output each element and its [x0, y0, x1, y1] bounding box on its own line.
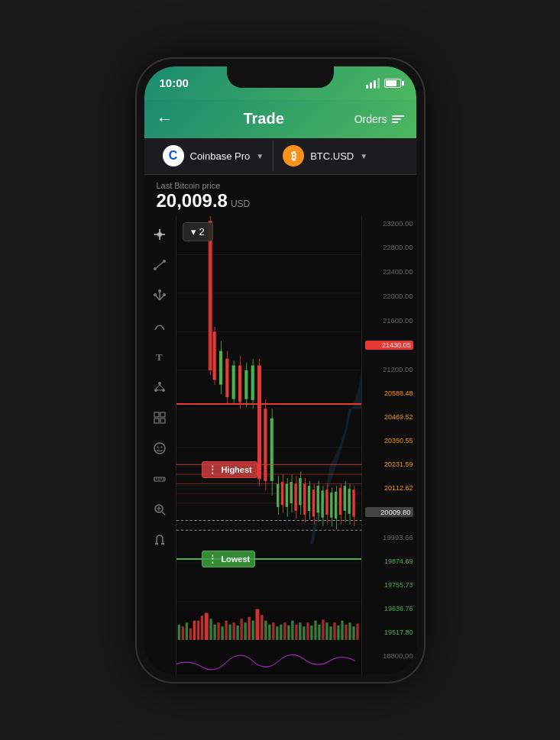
highest-label[interactable]: Highest — [202, 461, 257, 478]
svg-rect-126 — [217, 622, 219, 640]
svg-rect-151 — [314, 620, 316, 639]
price-tick-current: 20009.80 — [365, 507, 413, 517]
svg-rect-52 — [212, 331, 215, 380]
svg-rect-152 — [318, 624, 320, 639]
emoji-tool[interactable] — [147, 436, 172, 460]
svg-rect-134 — [248, 616, 250, 639]
svg-rect-104 — [348, 488, 350, 513]
timeframe-arrow: ▾ — [191, 226, 196, 238]
svg-rect-141 — [276, 626, 278, 640]
exchange-name: Coinbase Pro — [190, 150, 251, 162]
orders-icon — [392, 115, 404, 123]
price-scale: 23200.00 22800.00 22400.00 22000.00 2160… — [361, 216, 416, 674]
svg-rect-78 — [290, 482, 292, 503]
svg-line-16 — [156, 385, 160, 389]
svg-rect-127 — [221, 626, 223, 640]
svg-rect-121 — [196, 620, 199, 639]
price-currency: USD — [231, 199, 250, 209]
svg-rect-145 — [291, 620, 293, 639]
lowest-label-text: Lowest — [221, 554, 250, 564]
price-tick-19993: 19993.66 — [365, 533, 413, 541]
phone-screen: 10:00 ← Trade Orders — [144, 66, 416, 674]
svg-rect-118 — [185, 622, 187, 640]
svg-rect-149 — [306, 622, 309, 640]
pair-selector[interactable]: ₿ BTC.USD ▼ — [274, 141, 377, 171]
chart-svg — [176, 216, 361, 674]
svg-point-11 — [163, 293, 166, 296]
svg-point-23 — [154, 443, 165, 454]
svg-rect-137 — [261, 615, 263, 640]
price-main: 20,009.8 — [157, 190, 228, 212]
curve-tool[interactable] — [147, 314, 172, 338]
fork-tool[interactable] — [147, 283, 172, 308]
svg-rect-122 — [200, 616, 202, 640]
price-tick-20469: 20469.52 — [365, 413, 413, 421]
status-time: 10:00 — [160, 76, 189, 89]
timeframe-badge[interactable]: ▾ 2 — [183, 222, 213, 241]
price-tick-19755: 19755.73 — [365, 581, 413, 589]
notch — [227, 66, 334, 88]
svg-point-9 — [158, 289, 161, 292]
svg-rect-130 — [232, 622, 235, 640]
svg-rect-139 — [268, 624, 270, 639]
svg-rect-133 — [244, 622, 246, 640]
chart-canvas[interactable]: ▾ 2 — [176, 216, 361, 674]
pair-name: BTC.USD — [310, 150, 354, 162]
price-tick-20588: 20588.48 — [365, 389, 413, 397]
svg-rect-68 — [264, 409, 267, 481]
svg-rect-98 — [334, 491, 336, 518]
price-tick-22400: 22400.00 — [365, 267, 413, 276]
svg-rect-157 — [337, 625, 339, 640]
text-tool[interactable]: T — [147, 344, 172, 369]
exchange-arrow: ▼ — [256, 152, 264, 160]
svg-rect-56 — [225, 358, 228, 396]
price-tick-19874: 19874.69 — [365, 557, 413, 565]
svg-rect-116 — [177, 624, 180, 639]
phone-frame: 10:00 ← Trade Orders — [135, 57, 426, 683]
svg-rect-123 — [204, 612, 208, 639]
svg-rect-100 — [338, 487, 341, 514]
svg-point-13 — [158, 382, 161, 385]
svg-rect-159 — [345, 624, 347, 639]
svg-rect-80 — [294, 483, 296, 510]
bitcoin-logo: ₿ — [283, 145, 304, 166]
nodes-tool[interactable] — [147, 375, 172, 399]
svg-rect-136 — [255, 609, 259, 639]
svg-rect-22 — [160, 418, 165, 423]
exchange-selector[interactable]: C Coinbase Pro ▼ — [154, 141, 274, 171]
svg-rect-76 — [285, 483, 287, 506]
crosshair-tool[interactable] — [147, 222, 172, 247]
svg-rect-125 — [213, 624, 215, 639]
svg-rect-147 — [299, 622, 301, 640]
svg-rect-119 — [189, 628, 191, 639]
svg-line-32 — [162, 512, 165, 515]
svg-rect-143 — [283, 622, 286, 640]
lowest-label[interactable]: Lowest — [202, 551, 255, 567]
svg-rect-66 — [257, 365, 261, 479]
price-tick-current-line: 21430.05 — [365, 341, 413, 350]
svg-rect-54 — [218, 351, 222, 384]
svg-rect-162 — [356, 623, 358, 639]
orders-button[interactable]: Orders — [354, 113, 404, 125]
svg-rect-131 — [236, 625, 238, 640]
ruler-tool[interactable] — [147, 467, 172, 491]
svg-rect-48 — [176, 611, 361, 674]
svg-rect-153 — [322, 619, 324, 639]
timeframe-value: 2 — [199, 226, 205, 238]
svg-rect-92 — [321, 490, 323, 517]
battery-icon — [384, 79, 401, 88]
svg-rect-138 — [264, 620, 267, 639]
zoom-tool[interactable] — [147, 497, 172, 522]
magnet-tool[interactable] — [147, 528, 172, 552]
coinbase-logo: C — [163, 145, 184, 166]
svg-rect-158 — [341, 620, 343, 639]
price-tick-21600: 21600.00 — [365, 316, 413, 325]
price-value: 20,009.8 USD — [157, 190, 404, 212]
svg-text:T: T — [156, 351, 163, 363]
line-tool[interactable] — [147, 253, 172, 277]
app-body: Last Bitcoin price 20,009.8 USD — [144, 175, 416, 674]
price-tick-23200: 23200.00 — [365, 219, 413, 228]
grid-tool[interactable] — [147, 406, 172, 430]
back-button[interactable]: ← — [157, 109, 173, 129]
svg-rect-96 — [330, 492, 332, 517]
